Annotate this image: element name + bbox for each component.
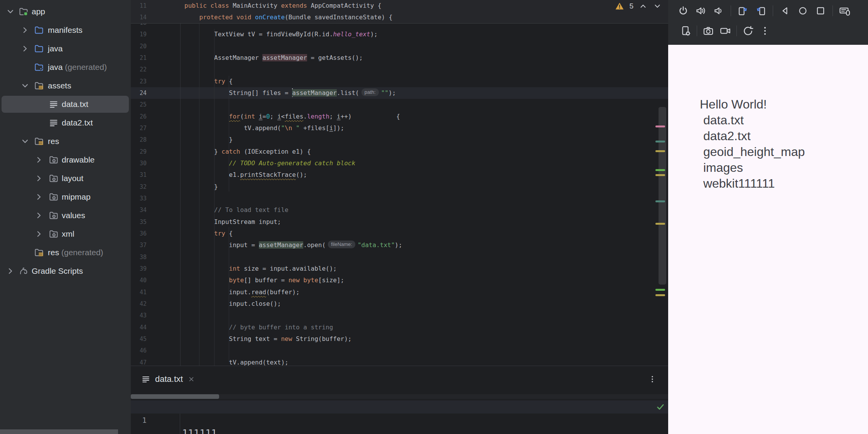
chevron-right-icon[interactable] (34, 192, 44, 202)
line-number: 25 (131, 99, 147, 110)
chevron-right-icon[interactable] (20, 25, 30, 35)
tree-item-values[interactable]: values (0, 206, 131, 225)
code-line-38[interactable]: 38 (131, 251, 668, 263)
code-line-43[interactable]: 43 (131, 310, 668, 321)
code-line-27[interactable]: 27 tV.append("\n " +files[i]); (131, 122, 668, 134)
emulator-screen[interactable]: Hello World! data.txt data2.txt geoid_he… (668, 45, 868, 434)
tree-item-drawable[interactable]: drawable (0, 151, 131, 169)
chevron-right-icon[interactable] (5, 266, 15, 276)
code-line-44[interactable]: 44 // byte buffer into a string (131, 322, 668, 333)
error-stripe-mark[interactable] (655, 141, 665, 142)
code-line-26[interactable]: 26 for(int i=0; i<files.length; i++) { (131, 111, 668, 122)
chevron-down-icon[interactable] (20, 81, 30, 91)
previous-problem-button[interactable] (638, 2, 648, 11)
power-icon[interactable] (677, 5, 689, 17)
editor-vertical-scrollbar[interactable] (659, 107, 666, 285)
tree-item-res[interactable]: res (0, 132, 131, 151)
error-stripe-mark[interactable] (655, 174, 665, 176)
keyboard-mouse-icon[interactable] (839, 5, 851, 17)
next-problem-button[interactable] (653, 2, 662, 11)
tree-item-java[interactable]: java (generated) (0, 58, 131, 76)
chevron-right-icon[interactable] (34, 173, 44, 183)
close-tab-icon[interactable] (187, 375, 195, 383)
chevron-right-icon[interactable] (34, 155, 44, 165)
code-line-37[interactable]: 37 input = assetManager.open(fileName:"d… (131, 239, 668, 251)
tree-item-gradle-scripts[interactable]: Gradle Scripts (0, 262, 131, 280)
tree-item-assets[interactable]: assets (0, 76, 131, 95)
code-line-41[interactable]: 41 input.read(buffer); (131, 287, 668, 298)
rotate-left-icon[interactable] (737, 5, 749, 17)
nav-home-icon[interactable] (797, 5, 809, 17)
code-editor[interactable]: 1819 TextView tV = findViewById(R.id.hel… (131, 0, 668, 366)
horizontal-scrollbar-thumb[interactable] (131, 394, 219, 399)
code-line-22[interactable]: 22 (131, 64, 668, 75)
parameter-hint-inlay: fileName: (328, 241, 355, 248)
chevron-right-icon[interactable] (34, 229, 44, 239)
tree-item-res[interactable]: res (generated) (0, 243, 131, 262)
chevron-right-icon[interactable] (20, 44, 30, 54)
tree-item-data2-txt[interactable]: data2.txt (0, 114, 131, 132)
device-settings-icon[interactable] (680, 25, 691, 37)
code-line-30[interactable]: 30 // TODO Auto-generated catch block (131, 158, 668, 169)
tree-item-data-txt[interactable]: data.txt (0, 95, 131, 114)
warning-count: 5 (629, 2, 633, 10)
code-line-11[interactable]: 11public class MainActivity extends AppC… (131, 0, 668, 12)
nav-back-icon[interactable] (779, 5, 791, 17)
code-line-36[interactable]: 36 try { (131, 228, 668, 239)
tab-data-txt[interactable]: data.txt (141, 371, 195, 387)
error-stripe-mark[interactable] (655, 223, 665, 225)
line-number: 32 (131, 181, 147, 193)
code-line-40[interactable]: 40 byte[] buffer = new byte[size]; (131, 275, 668, 286)
line-number: 39 (131, 263, 147, 275)
chevron-down-icon[interactable] (5, 7, 15, 17)
code-line-32[interactable]: 32 } (131, 181, 668, 193)
project-tree-horizontal-scrollbar[interactable] (0, 429, 118, 434)
code-line-14[interactable]: 14 protected void onCreate(Bundle savedI… (131, 12, 668, 23)
code-line-34[interactable]: 34 // To load text file (131, 204, 668, 216)
code-line-25[interactable]: 25 (131, 99, 668, 110)
tree-item-manifests[interactable]: manifests (0, 21, 131, 39)
tree-item-label: Gradle Scripts (32, 266, 83, 276)
chevron-down-icon[interactable] (20, 136, 30, 146)
code-line-33[interactable]: 33 (131, 193, 668, 204)
volume-up-icon[interactable] (695, 5, 707, 17)
code-line-39[interactable]: 39 int size = input.available(); (131, 263, 668, 275)
screen-record-icon[interactable] (719, 25, 731, 37)
error-stripe-mark[interactable] (655, 289, 665, 291)
code-line-46[interactable]: 46 (131, 345, 668, 356)
inspections-widget[interactable]: 5 (615, 0, 662, 12)
code-line-21[interactable]: 21 AssetManager assetManager = getAssets… (131, 52, 668, 64)
horizontal-scrollbar-track[interactable] (131, 394, 668, 399)
code-line-28[interactable]: 28 } (131, 134, 668, 146)
code-line-29[interactable]: 29 } catch (IOException e1) { (131, 146, 668, 158)
error-stripe-mark[interactable] (655, 169, 665, 171)
nav-overview-icon[interactable] (815, 5, 826, 17)
error-stripe-mark[interactable] (655, 294, 665, 296)
code-line-23[interactable]: 23 try { (131, 76, 668, 87)
error-stripe-mark[interactable] (655, 125, 665, 127)
screenshot-camera-icon[interactable] (703, 25, 714, 37)
code-line-19[interactable]: 19 TextView tV = findViewById(R.id.hello… (131, 29, 668, 40)
code-line-47[interactable]: 47 tV.append(text); (131, 357, 668, 366)
code-line-45[interactable]: 45 String text = new String(buffer); (131, 333, 668, 345)
error-stripe-mark[interactable] (655, 200, 665, 202)
tree-item-app[interactable]: app (0, 2, 131, 21)
code-line-20[interactable]: 20 (131, 41, 668, 52)
editor-options-kebab-icon[interactable] (648, 375, 657, 384)
snapshot-reset-icon[interactable] (742, 25, 754, 37)
text-editor-line[interactable]: 1 111111 (131, 400, 668, 414)
tree-item-layout[interactable]: layout (0, 169, 131, 188)
code-line-24[interactable]: 24 String[] files = assetManager.list(pa… (131, 87, 668, 99)
code-line-42[interactable]: 42 input.close(); (131, 298, 668, 310)
code-line-35[interactable]: 35 InputStream input; (131, 216, 668, 228)
volume-down-icon[interactable] (713, 5, 724, 17)
code-line-31[interactable]: 31 e1.printStackTrace(); (131, 169, 668, 181)
chevron-right-icon[interactable] (34, 210, 44, 220)
error-stripe-mark[interactable] (655, 150, 665, 152)
rotate-right-icon[interactable] (755, 5, 767, 17)
kebab-icon[interactable] (759, 25, 771, 37)
tree-item-mipmap[interactable]: mipmap (0, 188, 131, 206)
tree-item-label: java (generated) (48, 63, 107, 72)
tree-item-java[interactable]: java (0, 39, 131, 58)
tree-item-xml[interactable]: xml (0, 225, 131, 243)
